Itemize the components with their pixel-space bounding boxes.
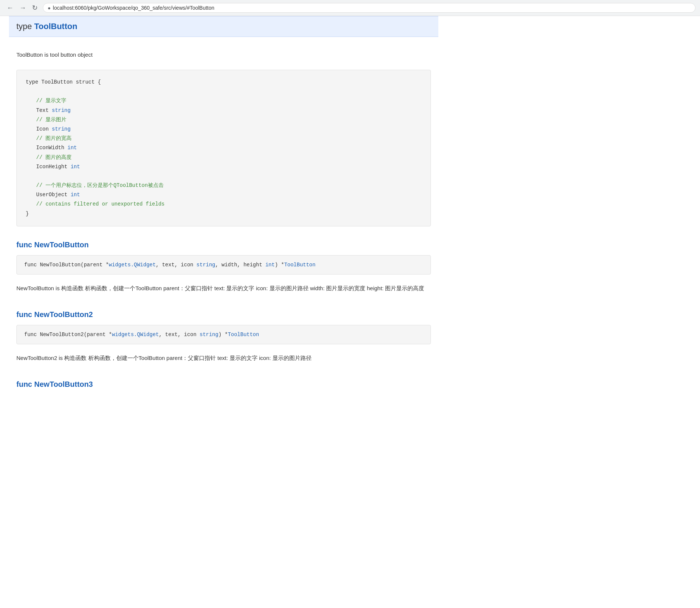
code-line: // 显示图片 — [26, 115, 422, 125]
code-line: } — [26, 209, 422, 219]
code-line: UserObject int — [26, 190, 422, 200]
type-section-header: type ToolButton — [9, 16, 438, 37]
func-newtoolbutton3-header: func NewToolButton3 — [9, 375, 438, 392]
keyword-type: type — [16, 22, 34, 31]
code-line: // 图片的宽高 — [26, 134, 422, 143]
func-newtoolbutton-description: NewToolButton is 构造函数 析构函数，创建一个ToolButto… — [9, 281, 438, 302]
url-text: localhost:6060/pkg/GoWorkspace/qo_360_sa… — [53, 5, 214, 11]
browser-chrome: ← → ↻ ● localhost:6060/pkg/GoWorkspace/q… — [0, 0, 700, 16]
nav-buttons: ← → ↻ — [4, 3, 40, 13]
code-line: // 图片的高度 — [26, 153, 422, 162]
address-bar[interactable]: ● localhost:6060/pkg/GoWorkspace/qo_360_… — [43, 3, 696, 13]
back-button[interactable]: ← — [4, 3, 16, 13]
func-newtoolbutton-signature: func NewToolButton(parent *widgets.QWidg… — [16, 255, 431, 275]
type-name: ToolButton — [34, 22, 78, 31]
code-line: // 一个用户标志位，区分是那个QToolButton被点击 — [26, 181, 422, 190]
code-line — [26, 87, 422, 96]
func-newtoolbutton2-signature: func NewToolButton2(parent *widgets.QWid… — [16, 325, 431, 344]
type-description: ToolButton is tool button object — [9, 44, 438, 65]
func-newtoolbutton-header: func NewToolButton — [9, 235, 438, 252]
func-newtoolbutton3-title: func NewToolButton3 — [16, 380, 431, 389]
code-line: // 显示文字 — [26, 96, 422, 106]
struct-code-block: type ToolButton struct { // 显示文字 Text st… — [16, 70, 431, 226]
func-newtoolbutton2-description: NewToolButton2 is 构造函数 析构函数，创建一个ToolButt… — [9, 350, 438, 372]
code-line — [26, 172, 422, 181]
func-newtoolbutton2-header: func NewToolButton2 — [9, 305, 438, 322]
reload-button[interactable]: ↻ — [30, 3, 40, 13]
code-line: type ToolButton struct { — [26, 78, 422, 87]
code-line: IconWidth int — [26, 143, 422, 153]
code-line: // contains filtered or unexported field… — [26, 200, 422, 209]
forward-button[interactable]: → — [17, 3, 28, 13]
code-line: Icon string — [26, 125, 422, 134]
page-content: type ToolButton ToolButton is tool butto… — [0, 16, 447, 392]
func-newtoolbutton-title: func NewToolButton — [16, 241, 431, 249]
lock-icon: ● — [48, 5, 51, 11]
code-line: IconHeight int — [26, 162, 422, 172]
func-newtoolbutton2-title: func NewToolButton2 — [16, 310, 431, 319]
code-line: Text string — [26, 106, 422, 115]
